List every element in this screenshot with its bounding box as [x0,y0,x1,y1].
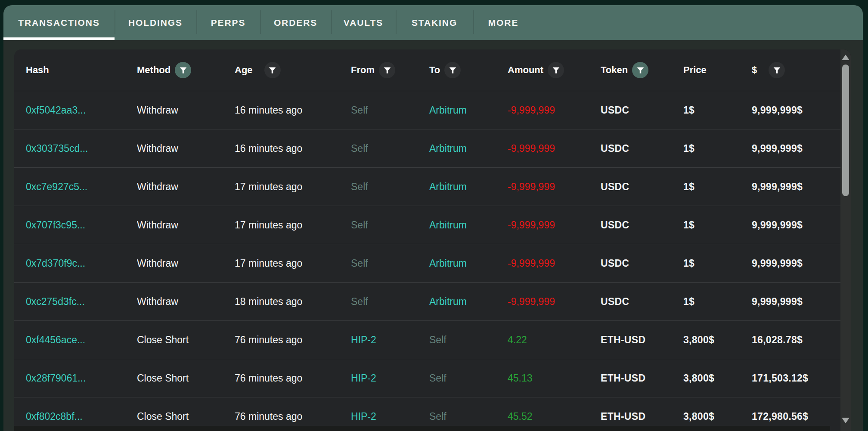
token-cell: ETH-USD [601,373,683,384]
age-cell: 76 minutes ago [235,411,351,422]
usd-filter-button[interactable] [769,62,785,78]
price-cell: 1$ [683,219,752,231]
col-header-amount: Amount [508,62,601,78]
tx-hash-link[interactable]: 0x707f3c95... [26,219,85,231]
tx-hash-link[interactable]: 0x28f79061... [26,373,86,384]
amount-cell: 45.52 [508,411,601,422]
screen: TRANSACTIONS HOLDINGS PERPS ORDERS VAULT… [0,0,868,431]
amount-filter-button[interactable] [548,62,564,78]
filter-funnel-icon [383,66,392,75]
age-filter-button[interactable] [264,62,281,78]
amount-cell: -9,999,999 [508,258,601,269]
tab-holdings[interactable]: HOLDINGS [115,5,196,40]
method-cell: Close Short [137,373,235,384]
to-link[interactable]: Arbitrum [429,143,467,154]
method-cell: Withdraw [137,181,235,193]
tx-hash-link[interactable]: 0xc275d3fc... [26,296,85,307]
to-link[interactable]: Arbitrum [429,105,467,116]
price-cell: 1$ [683,258,752,269]
method-filter-button[interactable] [175,62,191,78]
usd-cell: 9,999,999$ [752,258,840,269]
to-link[interactable]: Arbitrum [429,258,467,269]
tab-more[interactable]: MORE [473,5,533,40]
tab-vaults[interactable]: VAULTS [331,5,396,40]
from-link[interactable]: HIP-2 [351,334,376,345]
price-cell: 3,800$ [683,411,752,422]
from-link[interactable]: Self [351,181,368,192]
vertical-scrollbar[interactable] [840,49,851,431]
to-link[interactable]: Arbitrum [429,219,467,231]
scroll-down-arrow-icon[interactable] [842,418,849,423]
to-link[interactable]: Self [429,373,446,384]
usd-cell: 9,999,999$ [752,181,840,193]
method-cell: Withdraw [137,143,235,154]
usd-cell: 171,503.12$ [752,373,840,384]
from-filter-button[interactable] [379,62,395,78]
table-row: 0x707f3c95... Withdraw 17 minutes ago Se… [14,206,840,244]
table-row: 0x303735cd... Withdraw 16 minutes ago Se… [14,129,840,167]
tx-hash-link[interactable]: 0xf5042aa3... [26,105,86,116]
price-cell: 1$ [683,296,752,308]
token-cell: ETH-USD [601,411,683,422]
usd-cell: 9,999,999$ [752,143,840,154]
filter-funnel-icon [552,66,561,75]
transactions-table-panel: Hash Method Age From To [14,49,851,431]
to-link[interactable]: Arbitrum [429,296,467,307]
to-link[interactable]: Arbitrum [429,181,467,192]
table-row: 0x7d370f9c... Withdraw 17 minutes ago Se… [14,244,840,282]
price-cell: 3,800$ [683,373,752,384]
amount-cell: 45.13 [508,373,601,384]
table-row: 0xf5042aa3... Withdraw 16 minutes ago Se… [14,91,840,129]
col-header-token: Token [601,62,683,78]
panel-bottom-edge [14,426,830,431]
col-header-from: From [351,62,429,78]
method-cell: Close Short [137,334,235,346]
token-cell: USDC [601,296,683,308]
from-link[interactable]: HIP-2 [351,411,376,422]
tx-hash-link[interactable]: 0x303735cd... [26,143,88,154]
tab-staking[interactable]: STAKING [396,5,473,40]
token-cell: USDC [601,219,683,231]
to-link[interactable]: Self [429,411,446,422]
tx-hash-link[interactable]: 0xf802c8bf... [26,411,83,422]
price-cell: 1$ [683,105,752,116]
to-link[interactable]: Self [429,334,446,345]
method-cell: Withdraw [137,219,235,231]
filter-funnel-icon [268,66,277,75]
token-filter-button[interactable] [632,62,648,78]
scroll-up-arrow-icon[interactable] [842,55,849,60]
age-cell: 17 minutes ago [235,219,351,231]
filter-funnel-icon [179,66,188,75]
usd-cell: 16,028.78$ [752,334,840,346]
tab-orders[interactable]: ORDERS [260,5,331,40]
tx-hash-link[interactable]: 0xf4456ace... [26,334,85,345]
table-row: 0xf4456ace... Close Short 76 minutes ago… [14,320,840,359]
from-link[interactable]: Self [351,258,368,269]
scrollbar-thumb[interactable] [842,65,849,196]
from-link[interactable]: Self [351,296,368,307]
amount-cell: -9,999,999 [508,143,601,154]
col-header-price: Price [683,65,752,76]
age-cell: 16 minutes ago [235,105,351,116]
from-link[interactable]: Self [351,105,368,116]
filter-funnel-icon [772,66,781,75]
tab-transactions[interactable]: TRANSACTIONS [3,5,115,40]
method-cell: Withdraw [137,296,235,308]
filter-funnel-icon [448,66,457,75]
tx-hash-link[interactable]: 0xc7e927c5... [26,181,87,192]
from-link[interactable]: HIP-2 [351,373,376,384]
col-header-age: Age [235,62,351,78]
table: Hash Method Age From To [14,49,840,431]
tx-hash-link[interactable]: 0x7d370f9c... [26,258,85,269]
age-cell: 17 minutes ago [235,258,351,269]
token-cell: USDC [601,181,683,193]
app-container: TRANSACTIONS HOLDINGS PERPS ORDERS VAULT… [3,5,863,431]
to-filter-button[interactable] [444,62,461,78]
method-cell: Withdraw [137,258,235,269]
from-link[interactable]: Self [351,219,368,231]
price-cell: 1$ [683,181,752,193]
from-link[interactable]: Self [351,143,368,154]
tab-perps[interactable]: PERPS [196,5,260,40]
col-header-hash: Hash [26,65,137,76]
amount-cell: -9,999,999 [508,296,601,308]
